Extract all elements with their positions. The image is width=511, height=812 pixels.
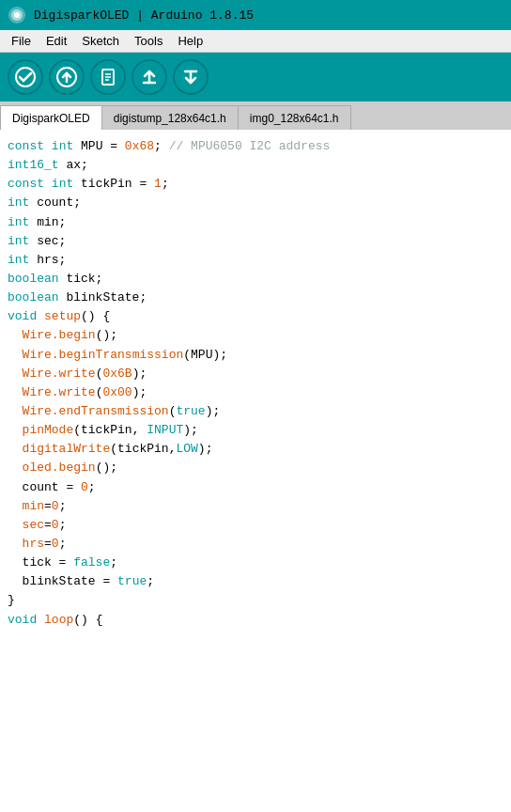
code-line-6: int min; xyxy=(8,213,503,232)
upload-icon xyxy=(56,67,77,87)
menu-bar: File Edit Sketch Tools Help xyxy=(0,30,511,53)
tab-digistump[interactable]: digistump_128x64c1.h xyxy=(102,105,239,130)
toolbar xyxy=(0,53,511,102)
code-line-28: blinkState = true; xyxy=(8,572,503,591)
menu-sketch[interactable]: Sketch xyxy=(74,32,127,50)
tab-digisparkoled[interactable]: DigisparkOLED xyxy=(0,105,102,130)
code-line-25: sec=0; xyxy=(8,516,503,535)
code-line-24: min=0; xyxy=(8,497,503,516)
code-line-27: tick = false; xyxy=(8,554,503,572)
code-line-18: Wire.endTransmission(true); xyxy=(8,402,503,421)
code-line-2: int16_t ax; xyxy=(8,156,503,175)
code-editor[interactable]: const int MPU = 0x68; // MPU6050 I2C add… xyxy=(0,130,511,812)
code-line-26: hrs=0; xyxy=(8,535,503,554)
new-button[interactable] xyxy=(90,59,126,95)
code-line-32: void loop() { xyxy=(8,611,503,630)
code-line-30: } xyxy=(8,591,503,610)
code-line-12: void setup() { xyxy=(8,307,503,326)
menu-edit[interactable]: Edit xyxy=(39,32,74,50)
code-line-22: oled.begin(); xyxy=(8,459,503,477)
app-logo xyxy=(8,6,26,24)
save-button[interactable] xyxy=(173,59,209,95)
code-line-5: int count; xyxy=(8,194,503,212)
menu-tools[interactable]: Tools xyxy=(127,32,170,50)
open-button[interactable] xyxy=(132,59,167,95)
checkmark-icon xyxy=(15,67,36,87)
code-line-4: const int tickPin = 1; xyxy=(8,175,503,194)
save-icon xyxy=(180,67,201,87)
menu-file[interactable]: File xyxy=(4,32,39,50)
code-line-23: count = 0; xyxy=(8,478,503,497)
verify-button[interactable] xyxy=(8,59,43,95)
code-line-17: Wire.write(0x00); xyxy=(8,383,503,402)
code-line-9: boolean tick; xyxy=(8,270,503,289)
code-line-8: int hrs; xyxy=(8,251,503,270)
menu-help[interactable]: Help xyxy=(170,32,210,50)
tab-bar: DigisparkOLED digistump_128x64c1.h img0_… xyxy=(0,102,511,130)
code-line-10: boolean blinkState; xyxy=(8,289,503,307)
svg-point-2 xyxy=(14,12,20,18)
code-line-1: const int MPU = 0x68; // MPU6050 I2C add… xyxy=(8,137,503,156)
code-line-7: int sec; xyxy=(8,232,503,251)
code-line-20: pinMode(tickPin, INPUT); xyxy=(8,421,503,440)
code-line-16: Wire.write(0x6B); xyxy=(8,365,503,383)
code-line-21: digitalWrite(tickPin,LOW); xyxy=(8,440,503,459)
code-line-14: Wire.begin(); xyxy=(8,326,503,345)
open-icon xyxy=(139,67,160,87)
title-bar: DigisparkOLED | Arduino 1.8.15 xyxy=(0,0,511,30)
new-file-icon xyxy=(98,67,118,87)
code-line-15: Wire.beginTransmission(MPU); xyxy=(8,346,503,365)
upload-button[interactable] xyxy=(49,59,85,95)
tab-img0[interactable]: img0_128x64c1.h xyxy=(239,105,351,130)
window-title: DigisparkOLED | Arduino 1.8.15 xyxy=(34,8,254,23)
